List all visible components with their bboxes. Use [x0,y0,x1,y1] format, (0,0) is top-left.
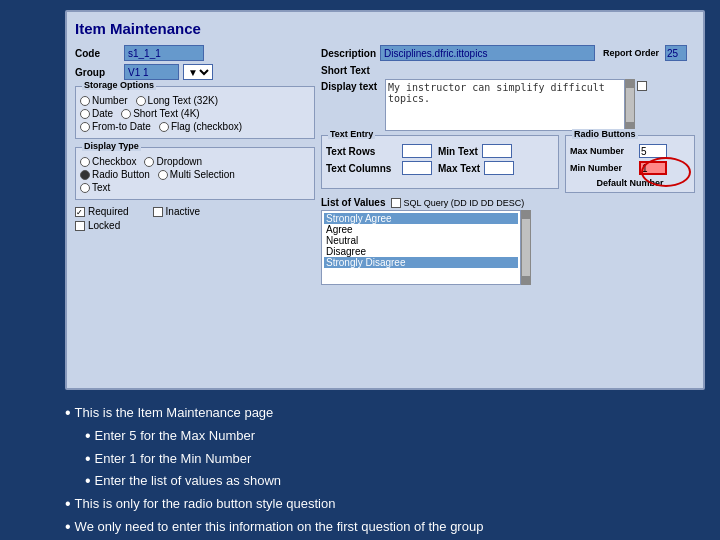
bullet-dot-5: • [65,494,71,515]
storage-options-section: Storage Options Number Long Text (32K) [75,86,315,139]
required-checkbox-item[interactable]: Required [75,206,129,217]
list-item-neutral[interactable]: Neutral [324,235,518,246]
bullet-6: • We only need to enter this information… [65,517,655,538]
radio-date[interactable] [80,109,90,119]
storage-row-3: From-to Date Flag (checkbox) [80,121,310,132]
sql-query-label: SQL Query (DD ID DD DESC) [391,198,524,208]
text-entry-title: Text Entry [328,129,375,139]
radio-short-text[interactable] [121,109,131,119]
code-input[interactable] [124,45,204,61]
bullets-section: • This is the Item Maintenance page • En… [0,395,720,540]
report-order-input[interactable] [665,45,687,61]
radio-buttons-section: Radio Buttons Max Number Min Number Defa… [565,135,695,193]
list-item-strongly-disagree[interactable]: Strongly Disagree [324,257,518,268]
radio-flag[interactable] [159,122,169,132]
bullet-text-2: Enter 5 for the Max Number [95,426,255,447]
radio-from-to[interactable] [80,122,90,132]
radio-long-text[interactable] [136,96,146,106]
required-checkbox[interactable] [75,207,85,217]
short-text-row: Short Text [321,65,695,76]
display-row-2: Radio Button Multi Selection [80,169,310,180]
locked-checkbox-item[interactable]: Locked [75,220,120,231]
list-values-area[interactable]: Strongly Agree Agree Neutral Disagree St… [321,210,521,285]
required-label: Required [88,206,129,217]
form-area: Code Group ▼ Storage Options Number [75,45,695,285]
text-cols-input[interactable] [402,161,432,175]
code-row: Code [75,45,315,61]
storage-from-to[interactable]: From-to Date [80,121,151,132]
text-rows-label: Text Rows [326,146,398,157]
radio-checkbox-type[interactable] [80,157,90,167]
list-item-disagree[interactable]: Disagree [324,246,518,257]
storage-long-text[interactable]: Long Text (32K) [136,95,218,106]
list-item-agree[interactable]: Agree [324,224,518,235]
display-radio-button[interactable]: Radio Button [80,169,150,180]
min-number-label: Min Number [570,163,635,173]
locked-label: Locked [88,220,120,231]
radio-radio-button[interactable] [80,170,90,180]
max-text-label: Max Text [438,163,480,174]
text-rows-input[interactable] [402,144,432,158]
locked-checkbox[interactable] [75,221,85,231]
display-text-area[interactable]: My instructor can simplify difficult top… [385,79,625,131]
group-label: Group [75,67,120,78]
storage-flag[interactable]: Flag (checkbox) [159,121,242,132]
display-checkbox[interactable]: Checkbox [80,156,136,167]
bullet-dot-2: • [85,426,91,447]
list-header: List of Values SQL Query (DD ID DD DESC) [321,197,531,208]
bullet-text-3: Enter 1 for the Min Number [95,449,252,470]
storage-short-text[interactable]: Short Text (4K) [121,108,200,119]
display-text-scrollbar[interactable] [625,79,635,131]
text-rows-row: Text Rows Min Text [326,144,554,158]
display-multi-select[interactable]: Multi Selection [158,169,235,180]
storage-date[interactable]: Date [80,108,113,119]
min-text-label: Min Text [438,146,478,157]
inactive-checkbox-item[interactable]: Inactive [153,206,200,217]
bullet-5: • This is only for the radio button styl… [65,494,655,515]
display-row-1: Checkbox Dropdown [80,156,310,167]
max-number-row: Max Number [570,144,690,158]
bullet-text-4: Enter the list of values as shown [95,471,281,492]
list-values-container: List of Values SQL Query (DD ID DD DESC)… [321,197,531,285]
max-number-input[interactable] [639,144,667,158]
radio-dropdown[interactable] [144,157,154,167]
display-type-section: Display Type Checkbox Dropdown [75,147,315,200]
locked-row: Locked [75,220,315,231]
code-label: Code [75,48,120,59]
radio-multi-select[interactable] [158,170,168,180]
list-item-strongly-agree[interactable]: Strongly Agree [324,213,518,224]
sql-query-text: SQL Query (DD ID DD DESC) [403,198,524,208]
min-number-row: Min Number [570,161,690,175]
radio-number[interactable] [80,96,90,106]
max-text-input[interactable] [484,161,514,175]
storage-row-1: Number Long Text (32K) [80,95,310,106]
list-values-label: List of Values [321,197,385,208]
display-text[interactable]: Text [80,182,110,193]
max-number-label: Max Number [570,146,635,156]
bullet-dot-6: • [65,517,71,538]
inactive-checkbox[interactable] [153,207,163,217]
default-number-label: Default Number [570,178,690,188]
display-text-checkbox[interactable] [637,81,647,91]
min-number-input[interactable] [639,161,667,175]
right-panel: Description Report Order Short Text Disp… [321,45,695,285]
list-values-area-wrapper: Strongly Agree Agree Neutral Disagree St… [321,210,531,285]
list-scrollbar[interactable] [521,210,531,285]
display-text-row: Display text My instructor can simplify … [321,79,695,131]
text-columns-label: Text Columns [326,163,398,174]
group-input[interactable] [124,64,179,80]
short-text-label: Short Text [321,65,370,76]
min-text-input[interactable] [482,144,512,158]
radio-text[interactable] [80,183,90,193]
page-title: Item Maintenance [75,20,695,37]
sql-query-checkbox[interactable] [391,198,401,208]
display-dropdown[interactable]: Dropdown [144,156,202,167]
bullet-4: • Enter the list of values as shown [65,471,655,492]
bullet-2: • Enter 5 for the Max Number [65,426,655,447]
group-select[interactable]: ▼ [183,64,213,80]
inactive-label: Inactive [166,206,200,217]
storage-number[interactable]: Number [80,95,128,106]
description-input[interactable] [380,45,595,61]
display-text-label: Display text [321,81,381,92]
description-row: Description Report Order [321,45,695,61]
